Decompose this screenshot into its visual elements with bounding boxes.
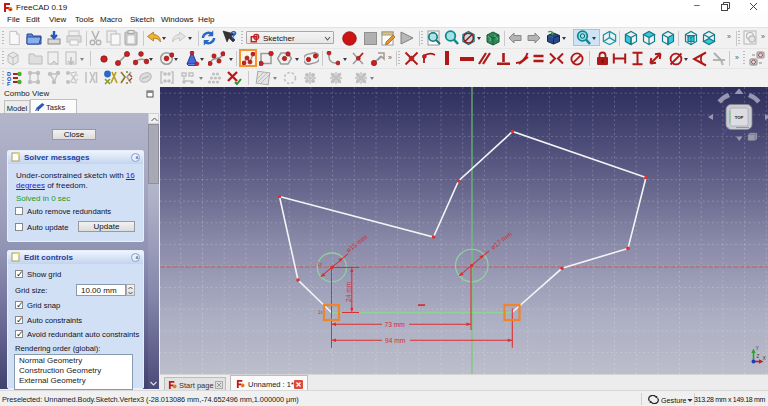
svg-text:TOP: TOP	[735, 115, 744, 120]
svg-text:94 mm: 94 mm	[385, 337, 406, 344]
svg-text:1x: 1x	[318, 262, 324, 267]
svg-text:24 mm: 24 mm	[345, 281, 352, 302]
svg-text:Z: Z	[757, 354, 760, 359]
svg-text:?: ?	[230, 30, 237, 41]
svg-text:73 mm: 73 mm	[385, 321, 406, 328]
svg-text:1x: 1x	[318, 310, 324, 315]
